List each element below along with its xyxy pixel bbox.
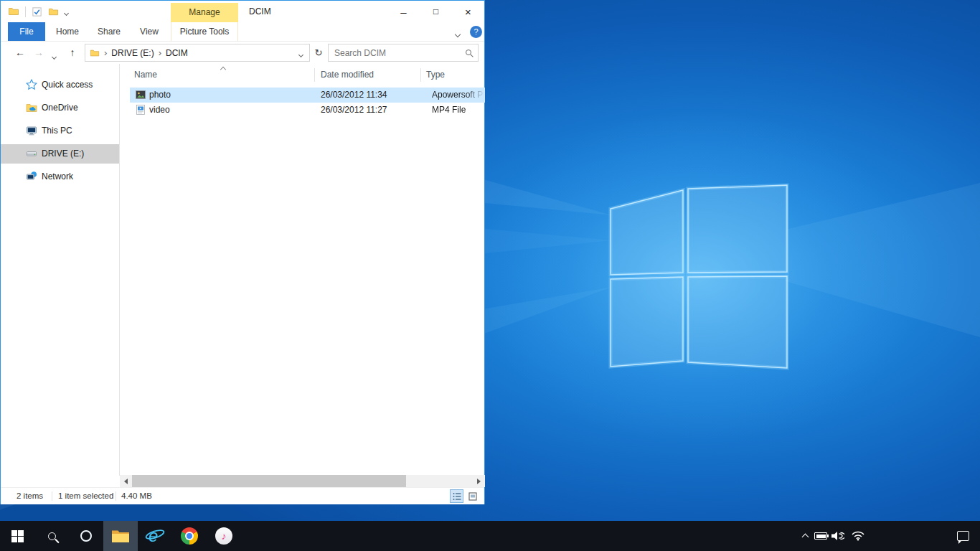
file-list: photo 26/03/2012 11:34 Apowersoft Pho vi… [120, 88, 485, 131]
breadcrumb-separator-icon: › [159, 47, 161, 58]
internet-explorer-icon: e [145, 526, 165, 546]
status-separator [116, 491, 116, 501]
tab-home[interactable]: Home [50, 22, 85, 41]
tab-file[interactable]: File [8, 22, 45, 41]
action-center-button[interactable] [946, 521, 980, 551]
qat-new-folder-button[interactable] [48, 6, 59, 17]
sidebar-item-onedrive[interactable]: OneDrive [1, 98, 119, 118]
horizontal-scrollbar[interactable] [120, 475, 485, 487]
taskbar-internet-explorer-button[interactable]: e [138, 521, 172, 551]
tray-network-button[interactable] [849, 521, 867, 551]
file-date-modified: 26/03/2012 11:27 [321, 103, 387, 118]
status-separator [52, 491, 52, 501]
details-view-button[interactable] [450, 489, 463, 503]
sidebar-item-network[interactable]: Network [1, 167, 119, 187]
speaker-icon [831, 531, 844, 541]
column-header-type[interactable]: Type [426, 65, 445, 84]
file-row-video[interactable]: video 26/03/2012 11:27 MP4 File [130, 103, 485, 118]
sidebar-item-this-pc[interactable]: This PC [1, 121, 119, 141]
help-button[interactable]: ? [470, 26, 482, 38]
qat-separator-icon [25, 6, 26, 17]
details-view-icon [453, 492, 461, 501]
column-header-name[interactable]: Name [134, 65, 157, 84]
selection-size: 4.40 MB [121, 488, 152, 504]
qat-customize-button[interactable] [65, 6, 68, 17]
star-icon [26, 79, 37, 90]
address-dropdown-button[interactable] [299, 47, 303, 60]
file-date-modified: 26/03/2012 11:34 [321, 88, 387, 103]
quick-access-toolbar [8, 1, 68, 22]
address-bar[interactable]: › DRIVE (E:) › DCIM [85, 44, 310, 62]
search-box [328, 44, 479, 62]
large-icons-view-button[interactable] [466, 489, 479, 503]
file-name: photo [149, 88, 171, 103]
navigation-pane: Quick access OneDrive This PC [1, 64, 120, 476]
column-resize-handle[interactable] [420, 68, 421, 82]
minimize-button[interactable]: – [387, 1, 420, 22]
chevron-down-icon [455, 32, 461, 37]
column-resize-handle[interactable] [314, 68, 315, 82]
tab-share[interactable]: Share [91, 22, 127, 41]
file-row-photo[interactable]: photo 26/03/2012 11:34 Apowersoft Pho [130, 88, 485, 103]
refresh-button[interactable]: ↻ [311, 44, 326, 62]
maximize-button[interactable]: □ [420, 1, 452, 22]
sort-ascending-icon [220, 67, 226, 72]
title-bar: Manage DCIM – □ × [1, 1, 484, 22]
scroll-right-button[interactable] [473, 475, 485, 487]
sidebar-item-label: Network [42, 167, 73, 187]
forward-button[interactable]: → [30, 44, 47, 62]
tray-volume-button[interactable] [829, 521, 847, 551]
chevron-down-icon [51, 55, 56, 60]
tab-view[interactable]: View [131, 22, 167, 41]
recent-locations-button[interactable] [48, 44, 60, 62]
chrome-icon [181, 527, 198, 545]
expand-ribbon-button[interactable] [456, 28, 460, 39]
explorer-app-icon[interactable] [8, 6, 19, 17]
taskbar-itunes-button[interactable]: ♪ [207, 521, 241, 551]
taskbar-chrome-button[interactable] [172, 521, 207, 551]
file-type: MP4 File [432, 103, 484, 118]
onedrive-icon [26, 102, 37, 113]
tray-battery-button[interactable] [812, 521, 829, 551]
network-icon [26, 171, 37, 182]
tray-show-hidden-icons-button[interactable] [796, 521, 814, 551]
breadcrumb-separator-icon: › [104, 47, 107, 58]
file-explorer-window: Manage DCIM – □ × File Home Share View P… [0, 0, 485, 504]
file-type: Apowersoft Pho [432, 88, 484, 103]
chevron-down-icon [298, 52, 303, 57]
qat-properties-button[interactable] [32, 6, 42, 17]
sidebar-item-label: DRIVE (E:) [42, 144, 84, 164]
scrollbar-thumb[interactable] [132, 475, 406, 487]
cortana-button[interactable] [69, 521, 103, 551]
triangle-right-icon [477, 479, 481, 484]
close-button[interactable]: × [452, 1, 484, 22]
sidebar-item-label: Quick access [42, 75, 93, 95]
windows-start-icon [11, 530, 24, 542]
back-button[interactable]: ← [11, 44, 29, 62]
taskbar-search-button[interactable] [34, 521, 69, 551]
svg-text:e: e [149, 526, 158, 545]
breadcrumb-dcim[interactable]: DCIM [166, 48, 188, 58]
sidebar-item-drive-e[interactable]: DRIVE (E:) [1, 144, 119, 164]
search-icon [466, 50, 471, 55]
video-file-icon [135, 104, 146, 116]
breadcrumb-drive[interactable]: DRIVE (E:) [111, 48, 154, 58]
wifi-icon [852, 531, 864, 541]
taskbar-file-explorer-button[interactable] [103, 521, 138, 551]
search-icon [48, 532, 56, 540]
window-controls: – □ × [387, 1, 484, 22]
chevron-up-icon [801, 534, 809, 541]
tab-picture-tools[interactable]: Picture Tools [171, 22, 238, 41]
computer-icon [26, 125, 37, 136]
start-button[interactable] [0, 521, 34, 551]
triangle-left-icon [124, 479, 128, 484]
up-button[interactable]: ↑ [64, 44, 81, 62]
scroll-left-button[interactable] [120, 475, 132, 487]
sidebar-item-quick-access[interactable]: Quick access [1, 75, 119, 95]
status-bar: 2 items 1 item selected 4.40 MB [1, 487, 484, 504]
drive-icon [26, 148, 37, 159]
column-header-date-modified[interactable]: Date modified [321, 65, 374, 84]
screen: Manage DCIM – □ × File Home Share View P… [0, 0, 980, 551]
navigation-bar: ← → ↑ › DRIVE (E:) › DCIM ↻ [1, 42, 484, 64]
search-input[interactable] [329, 44, 478, 61]
